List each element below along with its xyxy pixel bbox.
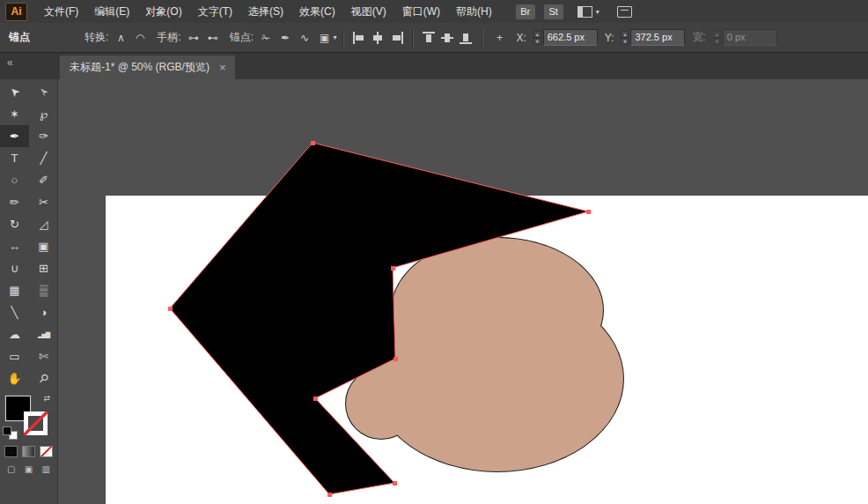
anchor-point[interactable] bbox=[168, 307, 173, 311]
draw-normal-button[interactable]: ▢ bbox=[4, 463, 18, 475]
convert-smooth-button[interactable]: ◠ bbox=[130, 29, 150, 47]
close-tab-icon[interactable]: × bbox=[219, 61, 226, 74]
selection-tool[interactable]: ➤ bbox=[0, 81, 29, 103]
y-position-field[interactable]: 372.5 px bbox=[630, 29, 685, 46]
slice-tool-icon: ✄ bbox=[39, 350, 48, 363]
align-bottom-button[interactable] bbox=[459, 31, 474, 45]
gradient-tool-icon: ▒ bbox=[40, 284, 48, 297]
pen-tool[interactable]: ✒ bbox=[0, 125, 29, 147]
align-right-button[interactable] bbox=[389, 31, 404, 45]
x-position-field[interactable]: 662.5 px bbox=[543, 29, 598, 46]
anchor-point[interactable] bbox=[394, 357, 398, 361]
perspective-grid-tool[interactable]: ⊞ bbox=[29, 257, 58, 279]
collapse-panel-icon[interactable]: « bbox=[7, 56, 13, 69]
anchor-point[interactable] bbox=[313, 397, 318, 401]
align-middle-vertical-button[interactable] bbox=[440, 31, 455, 45]
rotate-tool[interactable]: ↻ bbox=[0, 213, 29, 235]
stepper-down-icon[interactable]: ▾ bbox=[533, 38, 541, 45]
zoom-tool[interactable]: ⚲ bbox=[29, 367, 58, 389]
anchor-point[interactable] bbox=[327, 493, 332, 497]
menu-edit[interactable]: 编辑(E) bbox=[86, 0, 137, 23]
menu-object[interactable]: 对象(O) bbox=[137, 0, 189, 23]
slice-tool[interactable]: ✄ bbox=[29, 345, 58, 367]
mesh-tool[interactable]: ▦ bbox=[0, 279, 29, 301]
menu-effect[interactable]: 效果(C) bbox=[291, 0, 343, 23]
scale-tool[interactable]: ◿ bbox=[29, 213, 58, 235]
eyedropper-tool[interactable]: ╲ bbox=[0, 301, 29, 323]
illustrator-window: Ai 文件(F) 编辑(E) 对象(O) 文字(T) 选择(S) 效果(C) 视… bbox=[0, 0, 868, 504]
y-stepper[interactable]: ▴ ▾ bbox=[621, 31, 629, 45]
align-top-button[interactable] bbox=[422, 31, 437, 45]
shape-effect-dropdown[interactable]: ▣ ▾ bbox=[320, 32, 336, 44]
magic-wand-tool[interactable]: ✶ bbox=[0, 103, 29, 125]
color-button[interactable] bbox=[4, 446, 18, 457]
convert-corner-button[interactable]: ∧ bbox=[111, 29, 130, 47]
workspace-layout-icon[interactable] bbox=[577, 6, 592, 18]
bridge-button[interactable]: Br bbox=[516, 4, 535, 19]
scissors-tool-icon: ✂ bbox=[39, 196, 48, 209]
stepper-down-icon[interactable]: ▾ bbox=[621, 38, 629, 45]
x-stepper[interactable]: ▴ ▾ bbox=[533, 31, 541, 45]
cut-path-button[interactable]: ✁ bbox=[256, 29, 276, 47]
align-left-button[interactable] bbox=[352, 31, 367, 45]
separator bbox=[342, 28, 344, 48]
width-tool[interactable]: ↔ bbox=[0, 235, 29, 257]
stepper-up-icon[interactable]: ▴ bbox=[621, 31, 629, 38]
canvas[interactable] bbox=[58, 79, 868, 504]
scissors-tool[interactable]: ✂ bbox=[29, 191, 58, 213]
align-center-horizontal-button[interactable] bbox=[371, 31, 386, 45]
none-button[interactable] bbox=[40, 446, 53, 457]
shape-builder-tool[interactable]: ∪ bbox=[0, 257, 29, 279]
reference-point-button[interactable]: + bbox=[489, 29, 509, 47]
remove-anchor-button[interactable]: ✒ bbox=[276, 29, 295, 47]
default-fill-stroke-icon[interactable] bbox=[3, 426, 18, 440]
screen-mode-icon[interactable] bbox=[617, 6, 632, 18]
column-graph-tool[interactable]: ▂▅▇ bbox=[29, 323, 58, 345]
menu-type[interactable]: 文字(T) bbox=[190, 0, 240, 23]
line-segment-tool[interactable]: ╱ bbox=[29, 147, 58, 169]
artboard-tool[interactable]: ▭ bbox=[0, 345, 29, 367]
free-transform-tool[interactable]: ▣ bbox=[29, 235, 58, 257]
direct-selection-tool[interactable]: ➢ bbox=[29, 81, 58, 103]
ellipse-tool[interactable]: ○ bbox=[0, 169, 29, 191]
stroke-swatch[interactable] bbox=[24, 411, 48, 435]
stock-button[interactable]: St bbox=[544, 4, 563, 19]
remove-anchor-icon: ✒ bbox=[281, 32, 290, 44]
document-tab[interactable]: 未标题-1* @ 50% (RGB/预览) × bbox=[60, 56, 235, 79]
stepper-up-icon[interactable]: ▴ bbox=[533, 31, 541, 38]
y-label: Y: bbox=[605, 32, 614, 44]
anchor-point[interactable] bbox=[311, 141, 315, 145]
default-fill-chip bbox=[3, 426, 11, 435]
lasso-tool[interactable]: ℘ bbox=[29, 103, 58, 125]
menu-help[interactable]: 帮助(H) bbox=[448, 0, 500, 23]
tools-panel: ➤ ➢ ✶ ℘ ✒ ✑ T ╱ ○ ✐ ✏ ✂ ↻ ◿ ↔ ▣ ∪ ⊞ ▦ ▒ … bbox=[0, 79, 58, 504]
hand-tool[interactable]: ✋ bbox=[0, 367, 29, 389]
head-face-fill bbox=[371, 286, 623, 471]
anchor-point[interactable] bbox=[391, 266, 395, 271]
anchor-point[interactable] bbox=[586, 210, 591, 214]
menu-select[interactable]: 选择(S) bbox=[240, 0, 291, 23]
draw-behind-button[interactable]: ▣ bbox=[22, 463, 36, 475]
type-tool[interactable]: T bbox=[0, 147, 29, 169]
menu-file[interactable]: 文件(F) bbox=[36, 0, 86, 23]
paintbrush-tool[interactable]: ✐ bbox=[29, 169, 58, 191]
blend-tool[interactable]: ◑ bbox=[29, 301, 58, 323]
draw-inside-button[interactable]: ▥ bbox=[39, 463, 53, 475]
curvature-tool[interactable]: ✑ bbox=[29, 125, 58, 147]
shape-builder-tool-icon: ∪ bbox=[11, 262, 19, 275]
pencil-tool[interactable]: ✏ bbox=[0, 191, 29, 213]
chevron-down-icon[interactable]: ▾ bbox=[596, 8, 600, 16]
swap-fill-stroke-icon[interactable]: ⇄ bbox=[43, 394, 50, 403]
menu-view[interactable]: 视图(V) bbox=[343, 0, 394, 23]
mesh-tool-icon: ▦ bbox=[9, 284, 19, 297]
color-mode-row bbox=[0, 444, 57, 459]
gradient-tool[interactable]: ▒ bbox=[29, 279, 58, 301]
gradient-button[interactable] bbox=[22, 446, 35, 457]
show-handles-button[interactable]: ⊶ bbox=[184, 29, 203, 47]
handles-label: 手柄: bbox=[157, 30, 180, 45]
hide-handles-button[interactable]: ⊷ bbox=[203, 29, 223, 47]
menu-window[interactable]: 窗口(W) bbox=[394, 0, 448, 23]
symbol-sprayer-tool[interactable]: ☁ bbox=[0, 323, 29, 345]
connect-endpoints-button[interactable]: ∿ bbox=[295, 29, 314, 47]
anchor-point[interactable] bbox=[393, 481, 397, 485]
